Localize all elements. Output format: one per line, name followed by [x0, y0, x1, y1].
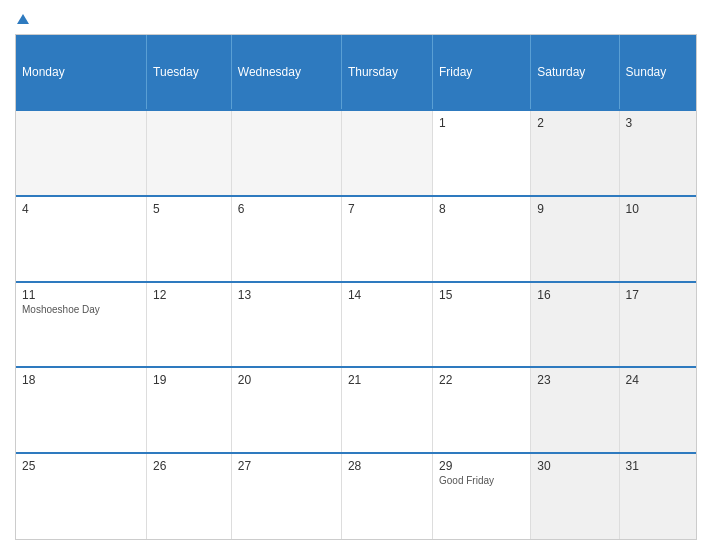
day-cell: 17: [619, 282, 696, 368]
day-number: 4: [22, 202, 140, 216]
day-number: 27: [238, 459, 335, 473]
day-cell: 16: [531, 282, 619, 368]
day-number: 14: [348, 288, 426, 302]
day-number: 24: [626, 373, 690, 387]
day-cell: 7: [341, 196, 432, 282]
day-cell: 26: [147, 453, 232, 539]
day-number: 6: [238, 202, 335, 216]
day-cell: 10: [619, 196, 696, 282]
week-row-1: 123: [16, 110, 696, 196]
day-cell: 14: [341, 282, 432, 368]
day-number: 16: [537, 288, 612, 302]
day-cell: 30: [531, 453, 619, 539]
day-cell: 8: [432, 196, 530, 282]
day-cell: 19: [147, 367, 232, 453]
day-cell: 25: [16, 453, 147, 539]
day-number: 30: [537, 459, 612, 473]
week-row-3: 11Moshoeshoe Day121314151617: [16, 282, 696, 368]
day-cell: 18: [16, 367, 147, 453]
day-cell: 24: [619, 367, 696, 453]
calendar-grid: MondayTuesdayWednesdayThursdayFridaySatu…: [15, 34, 697, 540]
day-header-monday: Monday: [16, 35, 147, 110]
day-number: 18: [22, 373, 140, 387]
day-cell: [341, 110, 432, 196]
logo: [15, 10, 29, 26]
week-row-2: 45678910: [16, 196, 696, 282]
event-label: Good Friday: [439, 475, 524, 486]
day-number: 13: [238, 288, 335, 302]
day-number: 2: [537, 116, 612, 130]
day-number: 1: [439, 116, 524, 130]
day-number: 3: [626, 116, 690, 130]
day-header-thursday: Thursday: [341, 35, 432, 110]
day-cell: 31: [619, 453, 696, 539]
day-cell: 6: [231, 196, 341, 282]
day-number: 5: [153, 202, 225, 216]
logo-text: [15, 10, 29, 26]
calendar-page: MondayTuesdayWednesdayThursdayFridaySatu…: [0, 0, 712, 550]
day-cell: 21: [341, 367, 432, 453]
day-cell: 9: [531, 196, 619, 282]
day-number: 26: [153, 459, 225, 473]
day-cell: 20: [231, 367, 341, 453]
days-header-row: MondayTuesdayWednesdayThursdayFridaySatu…: [16, 35, 696, 110]
day-cell: 28: [341, 453, 432, 539]
header: [15, 10, 697, 26]
day-header-wednesday: Wednesday: [231, 35, 341, 110]
day-number: 9: [537, 202, 612, 216]
day-cell: 22: [432, 367, 530, 453]
day-header-sunday: Sunday: [619, 35, 696, 110]
day-header-friday: Friday: [432, 35, 530, 110]
day-number: 11: [22, 288, 140, 302]
day-number: 7: [348, 202, 426, 216]
day-number: 22: [439, 373, 524, 387]
event-label: Moshoeshoe Day: [22, 304, 140, 315]
day-number: 17: [626, 288, 690, 302]
day-cell: 1: [432, 110, 530, 196]
day-number: 8: [439, 202, 524, 216]
day-cell: 13: [231, 282, 341, 368]
logo-triangle-icon: [17, 14, 29, 24]
day-cell: 23: [531, 367, 619, 453]
week-row-4: 18192021222324: [16, 367, 696, 453]
day-number: 23: [537, 373, 612, 387]
day-number: 21: [348, 373, 426, 387]
day-number: 29: [439, 459, 524, 473]
day-number: 31: [626, 459, 690, 473]
day-number: 15: [439, 288, 524, 302]
day-cell: 5: [147, 196, 232, 282]
day-number: 12: [153, 288, 225, 302]
day-number: 20: [238, 373, 335, 387]
day-cell: 12: [147, 282, 232, 368]
day-cell: 4: [16, 196, 147, 282]
day-number: 10: [626, 202, 690, 216]
day-header-saturday: Saturday: [531, 35, 619, 110]
day-number: 28: [348, 459, 426, 473]
day-cell: 11Moshoeshoe Day: [16, 282, 147, 368]
calendar-table: MondayTuesdayWednesdayThursdayFridaySatu…: [16, 35, 696, 539]
day-header-tuesday: Tuesday: [147, 35, 232, 110]
day-cell: 15: [432, 282, 530, 368]
day-cell: 2: [531, 110, 619, 196]
day-cell: [16, 110, 147, 196]
week-row-5: 2526272829Good Friday3031: [16, 453, 696, 539]
day-cell: 27: [231, 453, 341, 539]
day-cell: 3: [619, 110, 696, 196]
day-number: 19: [153, 373, 225, 387]
day-number: 25: [22, 459, 140, 473]
day-cell: [231, 110, 341, 196]
day-cell: [147, 110, 232, 196]
day-cell: 29Good Friday: [432, 453, 530, 539]
